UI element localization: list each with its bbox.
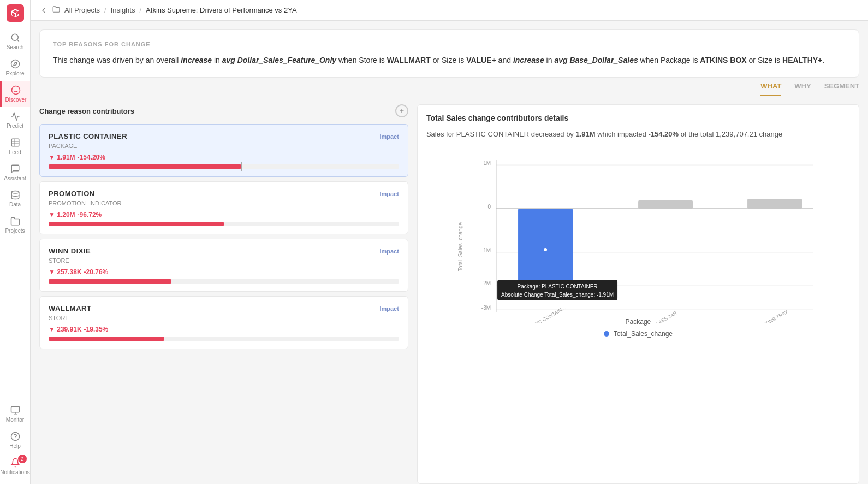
sidebar-item-data[interactable]: Data	[0, 186, 30, 212]
svg-text:Total_Sales_change: Total_Sales_change	[457, 222, 463, 271]
top-reasons-card: TOP REASONS FOR CHANGE This change was d…	[39, 29, 859, 78]
svg-rect-6	[11, 139, 19, 146]
notification-badge: 2	[18, 455, 27, 463]
svg-point-2	[11, 60, 19, 68]
tab-why[interactable]: WHY	[794, 82, 811, 96]
chart-tooltip-line2: Absolute Change Total_Sales_change: -1.9…	[501, 292, 614, 298]
contributor-impact-value-0: ▼ 1.91M	[49, 154, 75, 161]
svg-text:1M: 1M	[483, 160, 491, 166]
chart-legend: Total_Sales_change	[426, 330, 850, 338]
desc-end: of the total 1,239,707.21 change	[679, 130, 782, 138]
chart-tooltip-line1: Package: PLASTIC CONTAINER	[517, 284, 597, 290]
content-area: TOP REASONS FOR CHANGE This change was d…	[31, 21, 868, 484]
app-logo[interactable]	[7, 4, 24, 22]
contributor-impact-value-3: ▼ 239.91K	[49, 326, 82, 333]
tabs-row: WHAT WHY SEGMENT	[31, 78, 868, 96]
sidebar-item-explore[interactable]: Explore	[0, 55, 30, 81]
breadcrumb-sep-1: /	[104, 6, 106, 14]
breadcrumb-sep-2: /	[139, 6, 141, 14]
contributor-impact-label-2: Impact	[379, 248, 399, 255]
sidebar-bottom: Monitor Help Notifications 2	[0, 401, 30, 480]
sidebar-data-label: Data	[9, 202, 21, 208]
contributor-impact-value-2: ▼ 257.38K	[49, 268, 82, 276]
chart-cursor-dot	[543, 247, 548, 252]
svg-line-1	[17, 39, 19, 41]
contributor-name-1: PROMOTION	[49, 190, 95, 198]
sidebar-item-feed[interactable]: Feed	[0, 133, 30, 160]
sidebar-item-search[interactable]: Search	[0, 28, 30, 55]
svg-text:-1M: -1M	[481, 247, 491, 253]
sidebar: Search Explore Discover Pr	[0, 0, 31, 484]
contributor-impact-label-3: Impact	[379, 305, 399, 312]
contributor-sub-3: STORE	[49, 315, 399, 321]
contributor-impact-pct-1: -96.72%	[78, 211, 102, 219]
bar-glass-jar[interactable]	[638, 200, 693, 209]
sidebar-assistant-label: Assistant	[4, 175, 26, 181]
contributor-impact-pct-2: -20.76%	[84, 268, 109, 276]
svg-point-0	[11, 34, 18, 40]
add-contributor-button[interactable]	[395, 104, 408, 117]
contributor-impact-value-1: ▼ 1.20M	[49, 211, 75, 219]
right-panel-desc: Sales for PLASTIC CONTAINER decreased by…	[426, 129, 850, 140]
tab-what[interactable]: WHAT	[760, 82, 781, 96]
sidebar-item-assistant[interactable]: Assistant	[0, 160, 30, 186]
svg-rect-11	[11, 406, 19, 412]
top-reasons-title: TOP REASONS FOR CHANGE	[53, 41, 846, 48]
sidebar-help-label: Help	[9, 443, 21, 449]
top-reasons-text: This change was driven by an overall inc…	[53, 54, 846, 66]
sidebar-search-label: Search	[7, 44, 24, 50]
sidebar-item-discover[interactable]: Discover	[0, 81, 30, 107]
contributor-impact-label-1: Impact	[379, 191, 399, 197]
left-panel-header: Change reason contributors	[39, 104, 408, 117]
svg-point-10	[11, 191, 19, 194]
sidebar-projects-label: Projects	[5, 228, 25, 234]
topbar: All Projects / Insights / Atkins Supreme…	[31, 0, 868, 21]
contributor-impact-pct-0: -154.20%	[78, 154, 105, 161]
legend-dot-total-sales	[604, 331, 609, 337]
desc-bold-1: 1.91M	[575, 130, 595, 138]
desc-bold-2: -154.20%	[648, 130, 679, 138]
contributor-impact-label-0: Impact	[379, 133, 399, 140]
tab-segment[interactable]: SEGMENT	[824, 82, 859, 96]
contributor-sub-1: PROMOTION_INDICATOR	[49, 200, 399, 206]
left-panel: Change reason contributors PLASTIC CONTA…	[39, 104, 408, 484]
contributor-bar-0	[49, 164, 399, 169]
contributor-name-2: WINN DIXIE	[49, 247, 91, 255]
sidebar-discover-label: Discover	[5, 97, 27, 103]
legend-label-total-sales: Total_Sales_change	[614, 330, 673, 338]
right-panel: Total Sales change contributors details …	[417, 104, 859, 484]
sidebar-item-monitor[interactable]: Monitor	[0, 401, 30, 427]
sidebar-item-help[interactable]: Help	[0, 427, 30, 453]
svg-text:-2M: -2M	[481, 280, 491, 286]
contributor-impact-pct-3: -19.35%	[84, 326, 109, 333]
sidebar-notifications-label: Notifications	[0, 469, 29, 475]
contributor-plastic-container[interactable]: PLASTIC CONTAINER Impact PACKAGE ▼ 1.91M…	[39, 124, 408, 177]
bar-atkins-tray[interactable]	[747, 199, 802, 209]
contributor-bar-2	[49, 279, 399, 284]
contributor-promotion[interactable]: PROMOTION Impact PROMOTION_INDICATOR ▼ 1…	[39, 181, 408, 234]
contributor-name-0: PLASTIC CONTAINER	[49, 132, 127, 140]
sidebar-item-projects[interactable]: Projects	[0, 212, 30, 238]
chart-area: 1M 0 -1M -2M -3M Total_Sales_change	[426, 149, 850, 475]
bar-chart: 1M 0 -1M -2M -3M Total_Sales_change	[426, 149, 850, 323]
breadcrumb-current: Atkins Supreme: Drivers of Performance v…	[146, 6, 296, 14]
analysis-section: Change reason contributors PLASTIC CONTA…	[39, 104, 859, 484]
svg-marker-3	[13, 62, 16, 66]
back-button[interactable]	[39, 6, 48, 15]
chart-x-axis-label: Package	[426, 318, 850, 326]
main-content: All Projects / Insights / Atkins Supreme…	[31, 0, 868, 484]
contributor-wallmart[interactable]: WALLMART Impact STORE ▼ 239.91K -19.35%	[39, 296, 408, 349]
contributor-winn-dixie[interactable]: WINN DIXIE Impact STORE ▼ 257.38K -20.76…	[39, 239, 408, 292]
breadcrumb-insights[interactable]: Insights	[111, 6, 135, 14]
contributor-name-3: WALLMART	[49, 304, 91, 312]
contributor-bar-3	[49, 337, 399, 341]
svg-text:-3M: -3M	[481, 305, 491, 311]
sidebar-explore-label: Explore	[6, 70, 25, 76]
sidebar-predict-label: Predict	[7, 123, 23, 129]
sidebar-item-predict[interactable]: Predict	[0, 107, 30, 133]
contributor-sub-2: STORE	[49, 257, 399, 264]
right-panel-title: Total Sales change contributors details	[426, 114, 850, 122]
sidebar-item-notifications[interactable]: Notifications 2	[0, 453, 30, 480]
breadcrumb-all-projects[interactable]: All Projects	[64, 6, 100, 14]
sidebar-monitor-label: Monitor	[6, 417, 24, 423]
